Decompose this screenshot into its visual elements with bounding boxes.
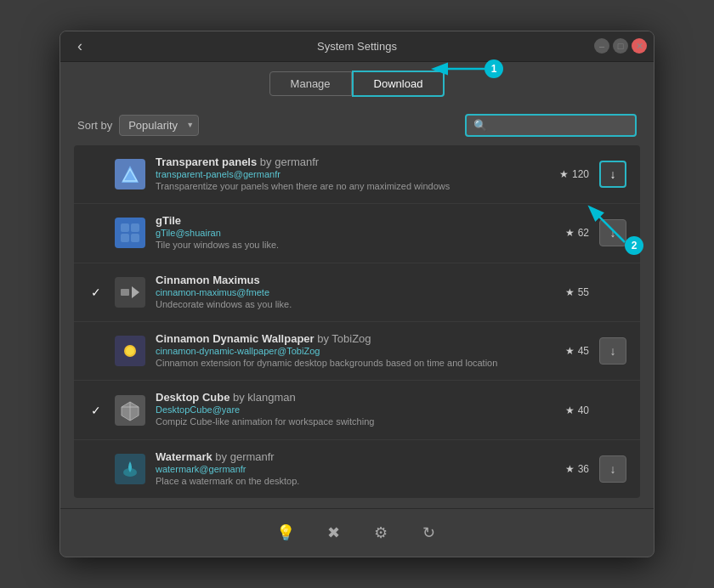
titlebar: ‹ System Settings – □ ✕ [60, 31, 654, 62]
download-placeholder [599, 397, 626, 424]
close-circle-icon: ✖ [327, 523, 340, 542]
star-icon: ★ [565, 345, 575, 357]
refresh-button[interactable]: ↻ [415, 519, 442, 546]
extension-author: by klangman [230, 391, 295, 404]
download-button[interactable]: ↓ [599, 161, 626, 188]
extension-description: Transparentize your panels when there ar… [156, 180, 528, 193]
extension-icon [115, 218, 145, 248]
download-button[interactable]: ↓ [599, 219, 626, 246]
svg-rect-3 [131, 223, 139, 232]
back-button[interactable]: ‹ [71, 34, 89, 59]
sort-label: Sort by [77, 119, 112, 132]
toolbar: Sort by Popularity Name Date 🔍 [60, 105, 654, 145]
window-controls: – □ ✕ [594, 38, 647, 54]
extension-rating: ★36 [538, 463, 589, 475]
search-input[interactable] [492, 119, 628, 132]
extension-name: Transparent panels by germanfr [156, 155, 528, 168]
star-count: 45 [578, 345, 589, 357]
bottom-bar: 💡 ✖ ⚙ ↻ [60, 508, 654, 557]
download-icon: ↓ [610, 344, 616, 358]
list-item: gTilegTile@shuairanTile your windows as … [74, 204, 640, 263]
star-icon: ★ [559, 168, 569, 180]
star-count: 55 [578, 286, 589, 298]
extension-author: by germanfr [212, 450, 275, 463]
tab-download[interactable]: Download [352, 71, 445, 97]
info-button[interactable]: 💡 [272, 519, 299, 546]
extension-identifier: watermark@germanfr [156, 464, 528, 474]
main-window: ‹ System Settings – □ ✕ Manage Download … [60, 31, 654, 557]
svg-point-9 [126, 347, 134, 355]
extension-description: Undecorate windows as you like. [156, 298, 528, 311]
minimize-button[interactable]: – [594, 38, 609, 54]
extension-identifier: transparent-panels@germanfr [156, 169, 528, 179]
window-title: System Settings [317, 40, 397, 53]
star-count: 62 [578, 227, 589, 239]
svg-rect-4 [121, 234, 129, 242]
search-box: 🔍 [465, 114, 637, 137]
extension-info: gTilegTile@shuairanTile your windows as … [156, 214, 528, 252]
star-icon: ★ [565, 286, 575, 298]
extension-rating: ★62 [538, 227, 589, 239]
extension-icon [115, 454, 145, 484]
extension-rating: ★40 [538, 404, 589, 416]
installed-check: ✓ [88, 286, 105, 299]
download-icon: ↓ [610, 226, 616, 240]
extension-name: Cinnamon Maximus [156, 274, 528, 286]
sort-section: Sort by Popularity Name Date [77, 115, 199, 136]
sort-select[interactable]: Popularity Name Date [119, 115, 199, 136]
extension-author: by germanfr [257, 155, 319, 168]
svg-rect-6 [121, 289, 129, 296]
extension-info: Cinnamon Maximuscinnamon-maximus@fmeteUn… [156, 274, 528, 311]
settings-button[interactable]: ⚙ [367, 519, 394, 546]
extension-description: Cinnamon extension for dynamic desktop b… [156, 357, 528, 370]
extensions-list: Transparent panels by germanfrtransparen… [74, 145, 640, 498]
extension-info: Watermark by germanfrwatermark@germanfrP… [156, 450, 528, 488]
extension-name: gTile [156, 214, 528, 227]
svg-rect-5 [131, 234, 139, 242]
extension-info: Desktop Cube by klangmanDesktopCube@yare… [156, 391, 528, 428]
extension-author: by TobiZog [314, 332, 371, 345]
search-icon: 🔍 [473, 119, 487, 132]
list-item: ✓Cinnamon Maximuscinnamon-maximus@fmeteU… [74, 263, 640, 322]
info-icon: 💡 [276, 523, 295, 542]
close-button[interactable]: ✕ [632, 38, 647, 54]
maximize-button[interactable]: □ [613, 38, 628, 54]
gear-icon: ⚙ [374, 523, 388, 542]
extension-rating: ★120 [538, 168, 589, 180]
download-button[interactable]: ↓ [599, 337, 626, 365]
extension-rating: ★45 [538, 345, 589, 357]
remove-button[interactable]: ✖ [320, 519, 347, 546]
star-icon: ★ [565, 227, 575, 239]
star-icon: ★ [565, 404, 575, 416]
download-icon: ↓ [610, 167, 616, 181]
extension-info: Cinnamon Dynamic Wallpaper by TobiZogcin… [156, 332, 528, 370]
extension-name: Cinnamon Dynamic Wallpaper by TobiZog [156, 332, 528, 345]
list-item: Watermark by germanfrwatermark@germanfrP… [74, 440, 640, 498]
list-item: Cinnamon Dynamic Wallpaper by TobiZogcin… [74, 322, 640, 381]
extension-rating: ★55 [538, 286, 589, 298]
extension-icon [115, 159, 145, 189]
list-item: Transparent panels by germanfrtransparen… [74, 145, 640, 204]
svg-marker-7 [132, 286, 139, 298]
extension-identifier: cinnamon-dynamic-wallpaper@TobiZog [156, 346, 528, 356]
star-icon: ★ [565, 463, 575, 475]
extension-identifier: cinnamon-maximus@fmete [156, 287, 528, 297]
extension-description: Place a watermark on the desktop. [156, 475, 528, 488]
nav-tabs: Manage Download [60, 62, 654, 105]
extension-icon [115, 277, 145, 308]
star-count: 40 [578, 404, 589, 416]
extension-description: Compiz Cube-like animation for workspace… [156, 416, 528, 428]
extension-icon [115, 395, 145, 426]
extension-name: Watermark by germanfr [156, 450, 528, 463]
tab-manage[interactable]: Manage [269, 71, 352, 96]
download-placeholder [599, 279, 626, 306]
download-icon: ↓ [610, 462, 616, 476]
download-button[interactable]: ↓ [599, 455, 626, 483]
extension-info: Transparent panels by germanfrtransparen… [156, 155, 528, 193]
extension-name: Desktop Cube by klangman [156, 391, 528, 404]
extension-description: Tile your windows as you like. [156, 239, 528, 252]
list-item: ✓Desktop Cube by klangmanDesktopCube@yar… [74, 381, 640, 439]
svg-rect-2 [121, 223, 129, 232]
extension-identifier: DesktopCube@yare [156, 404, 528, 415]
extension-icon [115, 336, 145, 366]
